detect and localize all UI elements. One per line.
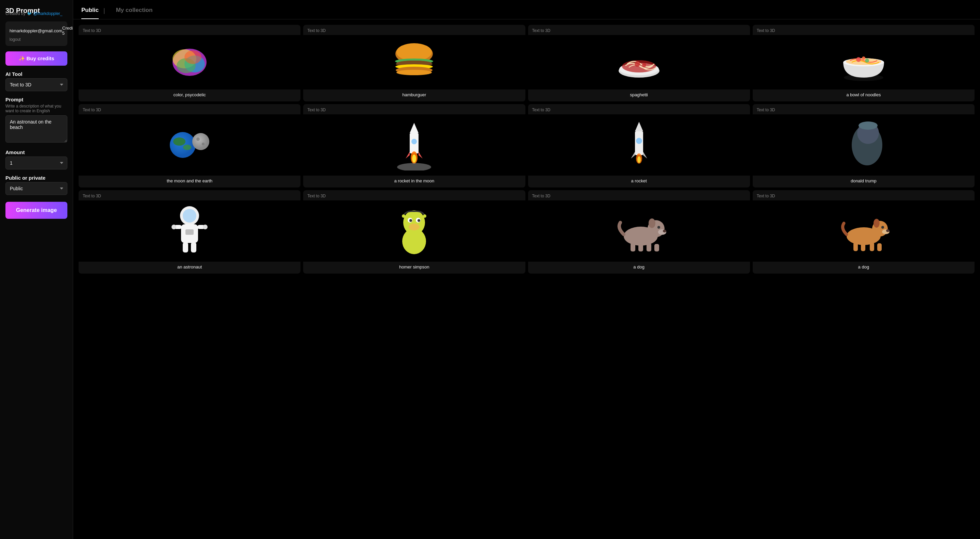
- svg-rect-86: [877, 243, 882, 251]
- card-badge: Text to 3D: [79, 104, 301, 114]
- svg-point-31: [202, 143, 205, 145]
- visibility-select[interactable]: Public Private: [5, 182, 67, 195]
- card-image: [79, 200, 301, 262]
- svg-point-64: [409, 219, 412, 222]
- card-title: spaghetti: [528, 89, 750, 102]
- items-grid: Text to 3D color, psycodelic Text to 3D: [79, 25, 975, 273]
- card-hamburger[interactable]: Text to 3D: [303, 25, 525, 102]
- card-image: [753, 200, 975, 262]
- credits-label: Credits: 5: [62, 25, 73, 36]
- tab-public[interactable]: Public: [81, 7, 99, 19]
- card-image: [528, 35, 750, 89]
- svg-point-16: [635, 61, 640, 67]
- ai-tool-select[interactable]: Text to 3D Image to 3D: [5, 78, 67, 91]
- svg-point-23: [862, 56, 865, 60]
- prompt-textarea[interactable]: An astronaut on the beach: [5, 115, 67, 143]
- card-badge: Text to 3D: [79, 190, 301, 200]
- card-badge: Text to 3D: [528, 25, 750, 35]
- card-dog2[interactable]: Text to 3D: [753, 190, 975, 273]
- card-title: hamburguer: [303, 89, 525, 102]
- card-badge: Text to 3D: [79, 25, 301, 35]
- card-title: a dog: [528, 262, 750, 273]
- logout-link[interactable]: logout: [10, 37, 63, 42]
- card-dog1[interactable]: Text to 3D: [528, 190, 750, 273]
- svg-point-6: [396, 43, 432, 61]
- svg-point-36: [411, 139, 417, 144]
- visibility-label: Public or private: [5, 175, 67, 181]
- prompt-section: Prompt Write a description of what you w…: [5, 97, 67, 144]
- card-title: the moon and the earth: [79, 176, 301, 188]
- card-title: donald trump: [753, 176, 975, 188]
- ai-tool-section: AI Tool Text to 3D Image to 3D: [5, 71, 67, 91]
- svg-rect-73: [630, 243, 635, 251]
- card-badge: Text to 3D: [528, 190, 750, 200]
- svg-point-22: [865, 59, 869, 63]
- svg-point-87: [881, 226, 884, 229]
- svg-point-46: [637, 156, 641, 163]
- card-badge: Text to 3D: [303, 25, 525, 35]
- card-rocket-moon[interactable]: Text to 3D: [303, 104, 525, 188]
- svg-rect-85: [870, 242, 874, 251]
- tab-bar: Public | My collection: [73, 0, 980, 19]
- card-noodles[interactable]: Text to 3D: [753, 25, 975, 102]
- card-title: a rocket in the moon: [303, 176, 525, 188]
- generate-button[interactable]: Generate image: [5, 202, 67, 219]
- card-title: a rocket: [528, 176, 750, 188]
- prompt-label: Prompt: [5, 97, 67, 102]
- tab-my-collection[interactable]: My collection: [116, 7, 153, 19]
- svg-marker-43: [643, 152, 647, 159]
- svg-point-29: [192, 133, 209, 150]
- account-top: himarkdoppler@gmail.com Credits: 5: [10, 25, 63, 36]
- svg-marker-33: [410, 123, 418, 133]
- amount-select[interactable]: 1 2 3 4: [5, 157, 67, 169]
- svg-point-82: [873, 219, 880, 227]
- card-trump[interactable]: Text to 3D donald trump: [753, 104, 975, 188]
- card-image: [303, 200, 525, 262]
- amount-label: Amount: [5, 149, 67, 155]
- main-content: Public | My collection Text to 3D color,…: [73, 0, 980, 539]
- svg-point-12: [396, 70, 432, 75]
- card-title: an astronaut: [79, 262, 301, 273]
- card-image: [303, 35, 525, 89]
- svg-point-55: [172, 224, 176, 229]
- card-moon-earth[interactable]: Text to 3D: [79, 104, 301, 188]
- card-image: [528, 114, 750, 176]
- svg-point-38: [412, 154, 416, 163]
- svg-rect-76: [654, 244, 659, 251]
- svg-point-27: [183, 145, 191, 150]
- svg-point-51: [183, 209, 196, 223]
- amount-section: Amount 1 2 3 4: [5, 149, 67, 169]
- svg-rect-59: [185, 229, 194, 235]
- svg-marker-35: [418, 152, 423, 159]
- card-title: a bowl of noodles: [753, 89, 975, 102]
- card-rocket[interactable]: Text to 3D a rocket: [528, 104, 750, 188]
- grid-container: Text to 3D color, psycodelic Text to 3D: [73, 19, 980, 539]
- svg-rect-74: [638, 244, 643, 251]
- card-title: homer simpson: [303, 262, 525, 273]
- svg-point-67: [402, 215, 405, 218]
- svg-point-49: [859, 121, 878, 130]
- card-spaghetti[interactable]: Text to 3D spaghetti: [528, 25, 750, 102]
- card-title: color, psycodelic: [79, 89, 301, 102]
- account-box: himarkdoppler@gmail.com Credits: 5 logou…: [5, 21, 67, 46]
- created-by: Created by 🐦 @markdoppler_: [5, 11, 67, 16]
- card-image: [303, 114, 525, 176]
- svg-point-26: [173, 137, 185, 146]
- card-image: [753, 114, 975, 176]
- twitter-icon: 🐦: [27, 11, 32, 16]
- svg-marker-42: [631, 152, 635, 159]
- svg-point-17: [642, 63, 646, 67]
- card-title: a dog: [753, 262, 975, 273]
- svg-point-21: [856, 57, 861, 62]
- twitter-handle[interactable]: @markdoppler_: [33, 11, 63, 16]
- svg-point-4: [185, 50, 202, 64]
- svg-rect-84: [861, 243, 865, 251]
- card-colorful-blob[interactable]: Text to 3D color, psycodelic: [79, 25, 301, 102]
- svg-point-44: [636, 138, 642, 144]
- svg-point-77: [657, 226, 660, 229]
- svg-point-39: [397, 163, 431, 170]
- card-astronaut[interactable]: Text to 3D: [79, 190, 301, 273]
- svg-rect-75: [646, 243, 651, 251]
- card-homer[interactable]: Text to 3D: [303, 190, 525, 273]
- buy-credits-button[interactable]: ✨ Buy credits: [5, 51, 67, 66]
